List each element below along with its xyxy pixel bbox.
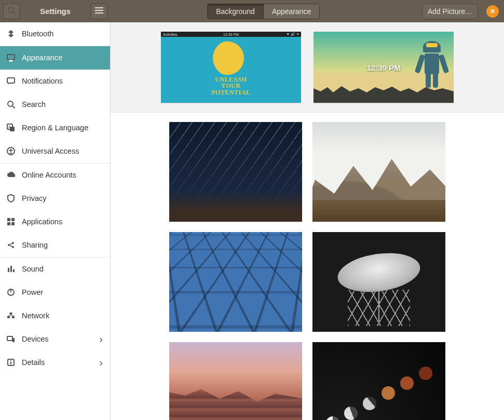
tab-appearance[interactable]: Appearance — [263, 4, 320, 19]
share-icon — [6, 240, 16, 250]
sidebar-item-label: Region & Language — [22, 124, 104, 132]
equalizer-icon — [6, 264, 16, 274]
wallpaper-satellite-dish[interactable] — [312, 232, 445, 332]
chat-icon — [6, 76, 16, 86]
sidebar-item-label: Applications — [22, 218, 104, 226]
sidebar-item-notifications[interactable]: Notifications — [0, 70, 110, 93]
sidebar-item-region[interactable]: Region & Language — [0, 116, 110, 140]
content-area: UnleashYourPotential Activities 12:39 PM… — [111, 22, 504, 420]
sidebar-item-devices[interactable]: Devices — [0, 328, 110, 351]
wallpaper-star-trails[interactable] — [169, 122, 302, 222]
sidebar-item-label: Sound — [22, 265, 104, 273]
shield-icon — [6, 194, 16, 203]
cloud-icon — [6, 170, 16, 180]
app-title: Settings — [23, 7, 88, 16]
menu-button[interactable] — [91, 4, 107, 19]
lockscreen-preview[interactable]: 12:39 PM — [314, 32, 454, 103]
close-button[interactable]: ✕ — [486, 5, 499, 18]
sidebar-item-label: Notifications — [22, 77, 104, 85]
devices-icon — [6, 334, 16, 344]
search-icon — [6, 100, 16, 109]
wallpaper-moon-phases[interactable] — [312, 342, 445, 420]
menu-icon — [95, 6, 103, 16]
preview-clock: 12:39 PM — [223, 33, 239, 36]
wallpaper-mountains[interactable] — [312, 122, 445, 222]
tab-background[interactable]: Background — [208, 4, 263, 19]
sidebar-item-details[interactable]: Details — [0, 351, 110, 374]
view-switcher: Background Appearance — [207, 4, 320, 19]
sidebar-item-bluetooth[interactable]: Bluetooth — [0, 22, 110, 46]
grid-icon — [6, 217, 16, 226]
monitor-icon — [6, 53, 16, 62]
sidebar-item-universal[interactable]: Universal Access — [0, 140, 110, 163]
wallpaper-glass-dome[interactable] — [169, 232, 302, 332]
wallpaper-gallery — [111, 113, 504, 420]
add-picture-button[interactable]: Add Picture… — [422, 4, 478, 19]
sidebar-item-label: Devices — [22, 335, 104, 343]
info-icon — [6, 358, 16, 367]
accessibility-icon — [6, 146, 16, 156]
headerbar: Settings Background Appearance Add Pictu… — [0, 0, 504, 22]
desktop-preview[interactable]: UnleashYourPotential Activities 12:39 PM… — [161, 32, 301, 103]
lock-preview-clock: 12:39 PM — [366, 63, 400, 72]
sidebar-item-privacy[interactable]: Privacy — [0, 187, 110, 210]
sidebar-item-network[interactable]: Network — [0, 304, 110, 328]
sidebar-item-search[interactable]: Search — [0, 93, 110, 116]
sidebar-item-online[interactable]: Online Accounts — [0, 164, 110, 187]
current-background-previews: UnleashYourPotential Activities 12:39 PM… — [111, 22, 504, 113]
sidebar-item-power[interactable]: Power — [0, 281, 110, 304]
sidebar-item-label: Appearance — [22, 53, 104, 62]
sidebar-item-label: Online Accounts — [22, 171, 104, 179]
sidebar-item-sound[interactable]: Sound — [0, 258, 110, 281]
bluetooth-icon — [6, 29, 16, 38]
sidebar-item-appearance[interactable]: Appearance — [0, 46, 110, 70]
sidebar-item-applications[interactable]: Applications — [0, 210, 110, 234]
sidebar-item-label: Search — [22, 100, 104, 109]
sidebar-item-label: Privacy — [22, 194, 104, 202]
sidebar-item-label: Universal Access — [22, 147, 104, 155]
wallpaper-canyon[interactable] — [169, 342, 302, 420]
network-icon — [6, 311, 16, 320]
sidebar-item-label: Details — [22, 358, 104, 367]
sidebar-item-label: Sharing — [22, 241, 104, 249]
sidebar: BluetoothAppearanceNotificationsSearchRe… — [0, 22, 111, 420]
search-button[interactable] — [3, 4, 20, 19]
language-icon — [6, 123, 16, 132]
preview-activities: Activities — [163, 33, 178, 36]
search-icon — [7, 6, 16, 16]
sidebar-item-sharing[interactable]: Sharing — [0, 234, 110, 257]
close-icon: ✕ — [490, 8, 495, 15]
power-icon — [6, 288, 16, 297]
sidebar-item-label: Bluetooth — [22, 30, 104, 38]
sidebar-item-label: Network — [22, 311, 104, 320]
sidebar-item-label: Power — [22, 288, 104, 296]
preview-topbar: Activities 12:39 PM ♥🔊▾ — [161, 32, 301, 37]
